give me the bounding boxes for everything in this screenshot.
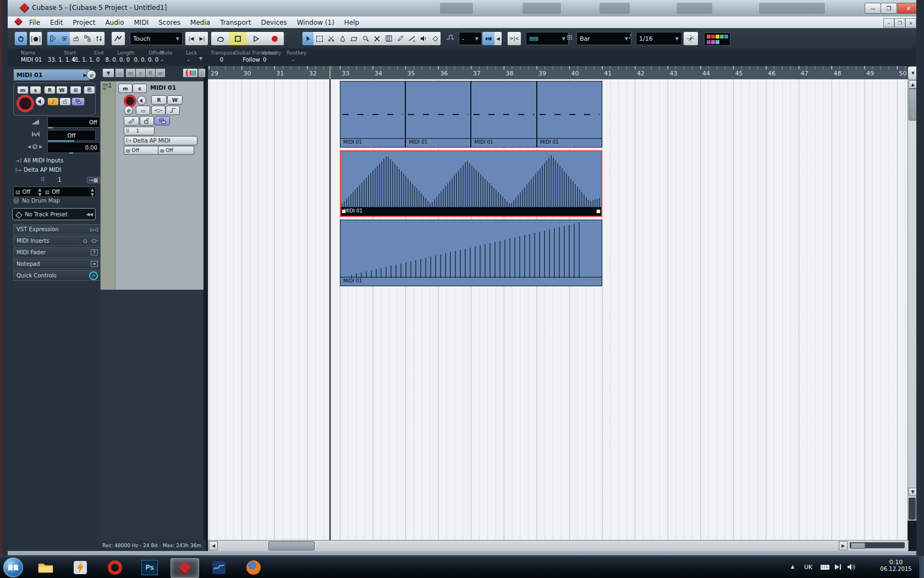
ruler-marker-button[interactable] <box>187 68 198 78</box>
volume-value[interactable]: Off <box>47 117 100 128</box>
menu-scores[interactable]: Scores <box>153 18 185 28</box>
edit-in-place-button[interactable]: ⊞ <box>70 86 81 94</box>
crosshair-cursor-button[interactable] <box>683 31 698 46</box>
track-drumstick-button[interactable] <box>124 116 139 126</box>
output-routing-row[interactable]: [→ Delta AP MIDI <box>15 167 61 173</box>
timebase-button[interactable]: ♪ <box>47 97 59 106</box>
taskbar-photoshop[interactable]: Ps <box>136 558 163 577</box>
panel-splitter[interactable] <box>204 66 208 551</box>
goto-next-marker-button[interactable]: ▶| <box>196 31 208 46</box>
automation-panel-button[interactable] <box>111 31 125 46</box>
scroll-down-arrow[interactable]: ▼ <box>909 488 917 496</box>
midi-part-lane1-3[interactable]: MIDI 01 <box>471 81 536 148</box>
section-quick-controls[interactable]: Quick Controls ◔ <box>13 270 101 281</box>
zoom-slider-thumb[interactable] <box>851 543 865 549</box>
color-tool[interactable] <box>429 31 441 46</box>
scroll-up-arrow[interactable]: ▲ <box>909 80 917 89</box>
track-solo-button[interactable]: s <box>133 84 147 93</box>
all-solo-button[interactable]: s <box>135 68 146 78</box>
pan-value[interactable]: Off <box>47 130 96 141</box>
line-tool[interactable] <box>406 31 418 46</box>
play-button[interactable] <box>247 31 266 46</box>
play-scrub-tool[interactable] <box>417 31 430 46</box>
child-minimize-button[interactable]: – <box>883 18 894 28</box>
child-close-button[interactable]: × <box>905 18 916 28</box>
stop-button[interactable] <box>229 31 248 46</box>
track-list-dropdown[interactable]: ▼ <box>102 68 114 78</box>
track-name[interactable]: MIDI 01 <box>150 84 176 91</box>
show-inspector-button[interactable] <box>47 31 59 46</box>
track-infoline-button[interactable]: ▭ <box>136 106 150 115</box>
color-palette-dropdown[interactable] <box>704 32 730 46</box>
horizontal-scroll-thumb[interactable] <box>268 541 315 550</box>
all-write-button[interactable]: w <box>155 68 166 78</box>
delay-value[interactable]: 0.00 <box>47 142 100 153</box>
setup-window-layout-button[interactable]: [●] <box>29 31 42 46</box>
section-vst-expression[interactable]: VST Expression▷◁ <box>13 224 101 235</box>
menu-devices[interactable]: Devices <box>256 18 292 28</box>
taskbar-cubase-active[interactable] <box>170 558 199 578</box>
solo-button[interactable]: s <box>30 86 41 94</box>
menu-file[interactable]: File <box>24 18 45 28</box>
timewarp-tool[interactable] <box>383 31 395 46</box>
record-button[interactable] <box>265 31 284 46</box>
child-restore-button[interactable]: ❐ <box>894 18 905 28</box>
maximize-button[interactable]: ❐ <box>881 3 897 14</box>
edit-channel-settings-button[interactable]: e <box>86 70 96 80</box>
autoscroll-suspend-button[interactable]: ◀ <box>494 31 502 46</box>
glue-tool[interactable] <box>337 31 349 46</box>
taskbar-media-app[interactable] <box>205 558 233 577</box>
quantize-dropdown[interactable]: 1/16▼ <box>636 32 682 45</box>
track-monitor-button[interactable] <box>137 96 146 105</box>
snap-on-off-button[interactable]: >|< <box>507 31 521 46</box>
open-pool-button[interactable] <box>81 31 94 46</box>
menu-midi[interactable]: MIDI <box>129 18 154 28</box>
goto-previous-marker-button[interactable]: |◀ <box>185 31 197 46</box>
infoline-value-2[interactable]: 41. 1. 1. 0 <box>67 57 100 63</box>
track-preset-box[interactable]: ◇ No Track Preset ◀◀ <box>12 208 96 220</box>
infoline-value-6[interactable]: - <box>188 57 199 63</box>
program-value[interactable]: Off <box>52 189 60 195</box>
automation-mode-dropdown[interactable]: Touch▼ <box>130 32 183 45</box>
infoline-value-3[interactable]: 8. 0. 0. 0 <box>97 57 130 63</box>
tray-volume-icon[interactable] <box>847 563 856 571</box>
section-notepad[interactable]: Notepad≡ <box>13 259 101 269</box>
menu-media[interactable]: Media <box>185 18 215 28</box>
midi-track-header[interactable]: 1 m s MIDI 01 R W e ▭ -□- <box>100 81 205 290</box>
open-device-icon[interactable]: →▦ <box>87 177 100 183</box>
grid-type-dropdown[interactable]: Bar▼ <box>576 32 631 45</box>
section-midi-inserts[interactable]: MIDI Inserts◇-□- <box>13 236 101 246</box>
menu-audio[interactable]: Audio <box>100 18 129 28</box>
infoline-value-9[interactable]: 0 <box>263 57 279 63</box>
horizontal-scrollbar[interactable]: ◀ ▶ <box>208 540 909 552</box>
midi-part-selected[interactable]: MIDI 01 <box>340 150 602 217</box>
monitor-button[interactable] <box>35 96 45 106</box>
input-routing-row[interactable]: →] All MIDI Inputs <box>15 157 63 163</box>
channel-row[interactable]: ⠿ 1 →▦ <box>41 176 100 184</box>
range-selection-tool[interactable] <box>314 31 326 46</box>
tray-app-icon[interactable] <box>834 564 842 570</box>
draw-tool[interactable] <box>394 31 406 46</box>
nudge-value-dropdown[interactable]: -▼ <box>459 32 482 45</box>
bank-value[interactable]: Off <box>23 189 31 195</box>
record-enable-button[interactable] <box>16 95 34 112</box>
track-mute-button[interactable]: m <box>118 84 133 93</box>
infoline-value-7[interactable]: 0 <box>201 57 223 63</box>
part-resize-handle-right[interactable] <box>596 209 601 214</box>
scroll-left-arrow[interactable]: ◀ <box>209 541 218 550</box>
section-midi-fader[interactable]: MIDI Fader↑ <box>13 247 101 258</box>
track-channel-selector[interactable]: ⠿ 1 <box>124 127 155 135</box>
tray-expand-arrow[interactable]: ▲ <box>791 564 794 569</box>
menu-transport[interactable]: Transport <box>215 18 256 28</box>
show-lanes-button[interactable] <box>72 97 85 106</box>
infoline-value-5[interactable]: - <box>161 57 178 63</box>
infoline-value-4[interactable]: 0. 0. 0. 0 <box>125 57 158 63</box>
horizontal-zoom-slider[interactable] <box>850 542 905 548</box>
taskbar-winamp[interactable] <box>67 558 94 577</box>
language-indicator[interactable]: UK <box>804 564 812 571</box>
event-display[interactable]: MIDI 01MIDI 01MIDI 01MIDI 01MIDI 01MIDI … <box>208 79 908 540</box>
show-desktop-button[interactable] <box>920 557 924 578</box>
taskbar-opera[interactable] <box>101 558 129 577</box>
track-sends-bypass[interactable] <box>166 106 180 115</box>
track-record-enable[interactable] <box>124 95 136 107</box>
